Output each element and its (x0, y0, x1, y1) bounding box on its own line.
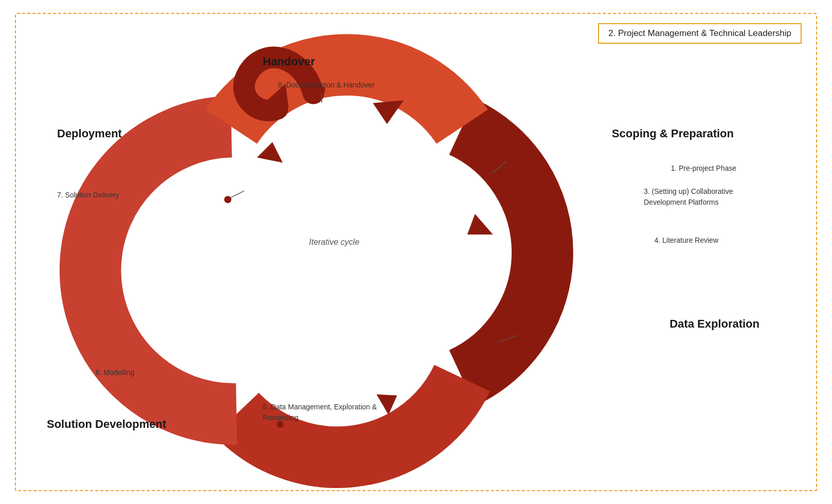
phase-handover: Handover (263, 55, 315, 68)
phase-deployment: Deployment (57, 127, 122, 140)
sub-scoping-1: 1. Pre-project Phase (671, 163, 736, 174)
sub-scoping-4: 4. Literature Review (654, 235, 718, 246)
svg-line-10 (229, 191, 244, 199)
sub-handover: 8. Documentation & Handover (278, 80, 375, 91)
svg-point-0 (283, 150, 488, 355)
phase-solution-dev: Solution Development (47, 418, 166, 431)
sub-scoping-3: 3. (Setting up) Collaborative Developmen… (644, 186, 757, 208)
main-frame: 2. Project Management & Technical Leader… (15, 13, 817, 491)
sub-modelling: 6. Modelling (96, 367, 135, 378)
phase-scoping: Scoping & Preparation (612, 127, 734, 140)
iterative-label: Iterative cycle (309, 238, 359, 247)
svg-marker-1 (373, 98, 407, 126)
svg-point-13 (516, 330, 523, 337)
svg-point-15 (224, 196, 231, 203)
phase-data-exploration: Data Exploration (670, 317, 759, 331)
sub-data-mgmt: 5. Data Management, Exploration & Proces… (263, 402, 386, 423)
svg-marker-4 (257, 142, 283, 163)
svg-point-12 (506, 156, 513, 163)
sub-delivery: 7. Solution Delivery (57, 190, 119, 201)
